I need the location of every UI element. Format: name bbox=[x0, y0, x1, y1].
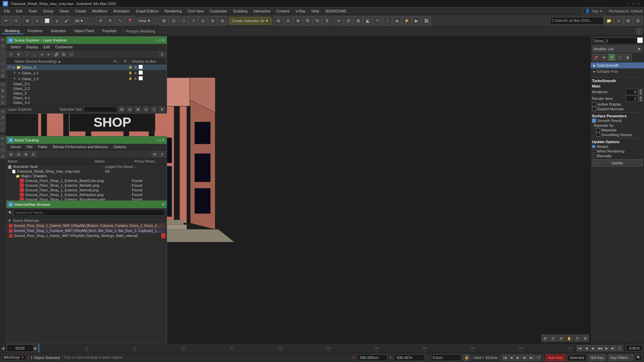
ts-iter-up[interactable]: ▲ bbox=[639, 89, 643, 92]
scene-explorer-titlebar[interactable]: M Scene Explorer - Layer Explorer ─ □ ✕ bbox=[6, 37, 167, 44]
se-maximize[interactable]: □ bbox=[159, 38, 161, 43]
menu-3dground[interactable]: 3DGROUND bbox=[322, 8, 349, 14]
show-in-viewport-btn[interactable]: 👁 bbox=[608, 54, 615, 61]
timeline-left-arrow[interactable]: ◀ bbox=[1, 346, 4, 351]
at-settings[interactable]: ⚙ bbox=[151, 151, 158, 158]
field-of-view[interactable]: ⊟ bbox=[557, 335, 565, 342]
se-box-check2[interactable] bbox=[139, 76, 143, 80]
minimize-button[interactable]: ─ bbox=[626, 1, 631, 6]
se-row-glass22[interactable]: Glass_2-2 bbox=[6, 86, 167, 91]
se-minimize[interactable]: ─ bbox=[156, 38, 158, 43]
at-btn2[interactable]: ⊟ bbox=[15, 151, 22, 158]
pan[interactable]: ✋ bbox=[566, 335, 573, 342]
at-row-tex3[interactable]: Ground_Floor_Shop_1_Exterior_Normal.png … bbox=[6, 188, 167, 192]
z-coord-field[interactable]: 0,0cm bbox=[431, 354, 461, 361]
at-row-tex4[interactable]: Ground_Floor_Shop_1_Exterior_Refraction.… bbox=[6, 192, 167, 197]
left-icon-6[interactable]: △ bbox=[0, 67, 6, 72]
left-icon-17[interactable]: ✂ bbox=[0, 141, 6, 147]
modifier-list-dropdown[interactable]: Modifier List ▼ bbox=[592, 46, 643, 52]
at-menu-server[interactable]: Server bbox=[8, 144, 23, 149]
ts-smooth-result-check[interactable]: ✓ bbox=[592, 119, 596, 123]
make-unique-btn[interactable]: ⬡ bbox=[616, 54, 624, 61]
path-browse[interactable]: 📁 bbox=[604, 16, 613, 25]
tool-6[interactable]: ⊚ bbox=[208, 16, 217, 25]
se-display-as-box-check[interactable] bbox=[139, 65, 143, 69]
ts-materials-check[interactable] bbox=[596, 128, 600, 132]
filter-dropdown[interactable]: All ▼ bbox=[73, 17, 94, 24]
ts-always-radio[interactable] bbox=[592, 145, 595, 148]
se-menu-edit[interactable]: Edit bbox=[42, 45, 52, 49]
mb-close[interactable]: ✕ bbox=[162, 202, 165, 207]
move-tool[interactable]: ✛ bbox=[96, 16, 105, 25]
left-icon-19[interactable]: ⊕ bbox=[0, 154, 6, 159]
zoom-region[interactable]: ⊡ bbox=[549, 335, 557, 342]
spinner-snap[interactable]: ⇅ bbox=[322, 16, 332, 25]
se-row-glass42[interactable]: Glass_4-2 bbox=[6, 100, 167, 105]
ts-explicit-check[interactable] bbox=[592, 107, 596, 111]
zoom-extents[interactable]: ⊞ bbox=[541, 335, 549, 342]
left-icon-10[interactable]: ⟳ bbox=[0, 94, 6, 99]
create-selection-set-button[interactable]: Create Selection Se ▼ bbox=[229, 17, 271, 24]
stats-2[interactable]: ⊞ bbox=[624, 16, 633, 25]
frame-counter[interactable]: 0 / 225 bbox=[7, 345, 34, 352]
at-maximize[interactable]: □ bbox=[159, 138, 161, 142]
lock-icon[interactable]: 🔒 bbox=[463, 354, 470, 361]
at-close[interactable]: ✕ bbox=[162, 138, 165, 142]
align-tool[interactable]: ⊟ bbox=[344, 16, 353, 25]
se-box-check[interactable] bbox=[139, 70, 143, 75]
at-titlebar[interactable]: M Asset Tracking ─ □ ✕ bbox=[6, 136, 167, 144]
at-row-tex2[interactable]: Ground_Floor_Shop_1_Exterior_Metallic.pn… bbox=[6, 183, 167, 188]
mb-section-label[interactable]: ▼ Scene Materials bbox=[8, 218, 165, 223]
rect-select[interactable]: ⬜ bbox=[42, 16, 52, 25]
se-ss-filter[interactable]: ▼ bbox=[159, 106, 165, 113]
tab-freeform[interactable]: Freeform bbox=[24, 28, 46, 34]
key-mode[interactable]: K bbox=[617, 345, 623, 351]
se-row-glass41[interactable]: Glass_4-1 bbox=[6, 96, 167, 100]
left-icon-2[interactable]: ⊙ bbox=[0, 43, 6, 48]
at-scroll[interactable]: ⇕ bbox=[159, 151, 165, 158]
se-expand-icon[interactable]: ⇤ bbox=[46, 51, 52, 58]
at-menu-bitmap[interactable]: Bitmap Performance and Memory bbox=[51, 144, 110, 149]
render[interactable]: ▶ bbox=[412, 16, 421, 25]
menu-file[interactable]: File bbox=[1, 8, 13, 14]
tab-selection[interactable]: Selection bbox=[47, 28, 69, 34]
ts-manually-radio[interactable] bbox=[592, 154, 595, 158]
mb-titlebar[interactable]: M Material/Map Browser ✕ bbox=[6, 201, 167, 208]
status-play[interactable]: ▶ bbox=[515, 355, 521, 361]
x-coord-field[interactable]: -596.005cm bbox=[357, 354, 387, 361]
at-menu-options[interactable]: Options bbox=[111, 144, 128, 149]
left-icon-5[interactable]: ◇ bbox=[0, 61, 6, 66]
tab-populate[interactable]: Populate bbox=[99, 28, 120, 34]
se-link-icon[interactable]: 🔗 bbox=[53, 51, 60, 58]
menu-modifiers[interactable]: Modifiers bbox=[90, 8, 110, 14]
se-ss-btn2[interactable]: ⊟ bbox=[126, 106, 133, 113]
maximize-viewport[interactable]: ⊞ bbox=[582, 335, 589, 342]
close-button[interactable]: ✕ bbox=[637, 1, 641, 6]
se-highlight-icon[interactable]: ⬡ bbox=[68, 51, 74, 58]
se-row-glass3[interactable]: Glass_3 bbox=[6, 91, 167, 96]
curve-editor[interactable]: 〜 bbox=[373, 16, 382, 25]
menu-help[interactable]: Help bbox=[309, 8, 322, 14]
goto-start[interactable]: |◀ bbox=[577, 345, 583, 351]
arc-rotate[interactable]: ↻ bbox=[574, 335, 581, 342]
se-row-glass11[interactable]: 👁 ◈ Glass_1-1 🔒 ◉ bbox=[6, 70, 167, 76]
tool-3[interactable]: ⬡ bbox=[179, 16, 188, 25]
paint-select[interactable]: 🖌 bbox=[62, 16, 71, 25]
timeline-track[interactable]: 0 20 40 60 80 100 120 140 160 180 200 22… bbox=[39, 344, 575, 353]
render-frame[interactable]: 🖼 bbox=[422, 16, 431, 25]
select-tool[interactable]: ⊕ bbox=[23, 16, 32, 25]
at-menu-paths[interactable]: Paths bbox=[36, 144, 49, 149]
auto-key-button[interactable]: Auto Key bbox=[546, 354, 566, 361]
ts-render-iter-up[interactable]: ▲ bbox=[639, 96, 643, 99]
left-icon-16[interactable]: 🖌 bbox=[0, 135, 6, 141]
mb-material-1[interactable]: Ground_Floor_Shop_1_Exterior_MAT (VRayMt… bbox=[8, 223, 165, 228]
at-row-vault[interactable]: 🏦 Autodesk Vault Logged Out (Asset ... bbox=[6, 164, 167, 169]
left-icon-3[interactable]: □ bbox=[0, 49, 6, 54]
goto-end[interactable]: ▶| bbox=[610, 345, 616, 351]
ts-iter-down[interactable]: ▼ bbox=[639, 92, 643, 95]
se-scroll-icon[interactable]: ⇕ bbox=[159, 51, 165, 58]
time-display[interactable]: 0:00:0 bbox=[626, 345, 643, 352]
left-icon-13[interactable]: ◈ bbox=[0, 115, 6, 120]
more-options[interactable]: ⋮ bbox=[636, 28, 643, 35]
y-coord-field[interactable]: -936.497tr bbox=[394, 354, 424, 361]
